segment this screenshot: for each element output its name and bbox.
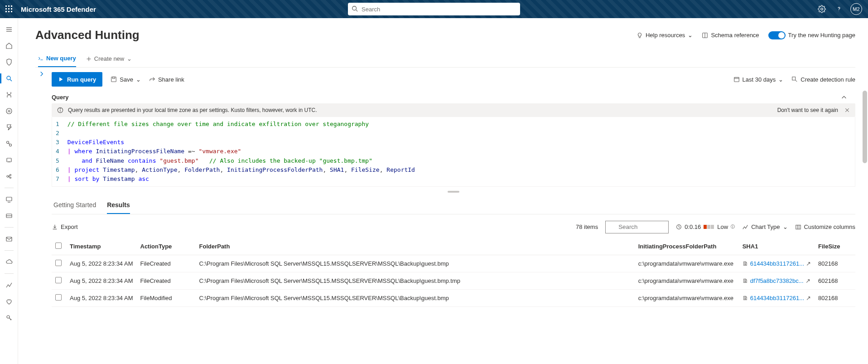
nav-health-icon[interactable] [0,294,18,309]
nav-actions-icon[interactable] [0,87,18,102]
lightbulb-icon [637,32,643,39]
schema-reference-link[interactable]: Schema reference [702,32,759,39]
results-tabs: Getting Started Results [52,197,855,214]
expand-schema-icon[interactable] [39,71,44,77]
scrollbar-thumb[interactable] [863,91,867,163]
results-search-input[interactable] [605,221,669,233]
open-icon[interactable]: ↗ [806,260,811,267]
svg-line-23 [9,143,10,144]
account-avatar[interactable]: M2 [849,2,863,16]
nav-cloud-icon[interactable] [0,254,18,270]
row-checkbox[interactable] [55,294,62,301]
col-timestamp[interactable]: Timestamp [66,238,137,255]
share-icon [149,76,155,83]
query-tabs: New query Create new ⌄ [35,50,855,68]
svg-rect-7 [8,11,10,12]
query-perf[interactable]: 0:0.16 Low ⓘ [676,223,735,230]
svg-rect-1 [8,5,10,7]
close-icon[interactable] [844,107,850,113]
chart-type-button[interactable]: Chart Type ⌄ [742,223,787,230]
col-initfolder[interactable]: InitiatingProcessFolderPath [635,238,739,255]
collapse-query-icon[interactable] [841,94,852,101]
nav-hunting-icon[interactable] [0,71,18,86]
chevron-down-icon: ⌄ [688,32,693,39]
page-title: Advanced Hunting [35,28,140,42]
sha1-link[interactable]: 614434bb3117261... [750,260,804,267]
nav-home-icon[interactable] [0,38,18,53]
nav-devices-icon[interactable] [0,192,18,207]
book-icon [702,32,708,39]
table-row[interactable]: Aug 5, 2022 8:23:34 AMFileCreatedC:\Prog… [52,272,855,289]
create-detection-rule-button[interactable]: Create detection rule [791,76,855,83]
table-row[interactable]: Aug 5, 2022 8:23:34 AMFileModifiedC:\Pro… [52,289,855,306]
help-icon[interactable] [832,2,846,16]
open-icon[interactable]: ↗ [806,295,811,301]
row-checkbox[interactable] [55,260,62,266]
nav-tutorials-icon[interactable] [0,152,18,168]
nav-reports-icon[interactable] [0,277,18,293]
open-icon[interactable]: ↗ [805,277,810,284]
tab-new-query[interactable]: New query [38,50,76,67]
table-row[interactable]: Aug 5, 2022 8:23:34 AMFileCreatedC:\Prog… [52,255,855,272]
svg-point-9 [352,6,357,10]
export-button[interactable]: Export [52,223,78,230]
col-filesize[interactable]: FileSize [815,238,855,255]
share-link-button[interactable]: Share link [149,76,184,83]
nav-learning-icon[interactable] [0,136,18,151]
time-range-picker[interactable]: Last 30 days ⌄ [733,76,784,83]
columns-icon [795,224,801,230]
global-search-input[interactable] [348,3,520,15]
timezone-info-banner: Query results are presented in your loca… [52,103,855,117]
nav-permissions-icon[interactable] [0,310,18,325]
svg-rect-3 [5,8,7,10]
svg-rect-31 [6,197,12,201]
svg-rect-8 [11,11,12,12]
help-resources-link[interactable]: Help resources ⌄ [637,32,693,39]
dismiss-banner-link[interactable]: Don't want to see it again [777,107,838,113]
svg-point-19 [6,108,12,114]
cell-actiontype: FileCreated [137,255,196,272]
select-all-checkbox[interactable] [55,243,62,249]
tab-getting-started[interactable]: Getting Started [53,197,96,214]
svg-rect-54 [796,225,800,229]
info-icon: ⓘ [731,224,735,230]
cell-timestamp: Aug 5, 2022 8:23:34 AM [66,289,137,306]
nav-assets-icon[interactable] [0,208,18,223]
col-actiontype[interactable]: ActionType [137,238,196,255]
tab-create-new[interactable]: Create new ⌄ [86,55,132,62]
col-sha1[interactable]: SHA1 [739,238,815,255]
svg-point-21 [6,141,9,144]
items-count: 78 items [576,223,598,230]
nav-partner-icon[interactable] [0,169,18,184]
tab-results[interactable]: Results [107,197,130,214]
sha1-link[interactable]: 614434bb3117261... [750,295,804,301]
nav-score-icon[interactable] [0,120,18,135]
customize-columns-button[interactable]: Customize columns [795,223,855,230]
try-new-toggle[interactable]: Try the new Hunting page [768,31,855,39]
cell-sha1: 🗎614434bb3117261...↗ [739,289,815,306]
nav-threat-icon[interactable] [0,103,18,119]
row-checkbox[interactable] [55,277,62,283]
results-toolbar: Export 78 items 0:0.16 Low ⓘ [52,214,855,238]
nav-shield-icon[interactable] [0,54,18,70]
code-content[interactable]: // Different file sizes change over time… [63,117,855,186]
save-button[interactable]: Save ⌄ [111,76,141,83]
svg-point-26 [7,175,9,177]
query-editor[interactable]: 1234567 // Different file sizes change o… [52,117,855,187]
run-query-button[interactable]: Run query [52,72,102,87]
svg-line-18 [10,79,12,81]
toggle-switch[interactable] [768,31,786,39]
nav-menu-icon[interactable] [0,22,18,37]
svg-rect-0 [5,5,7,7]
settings-icon[interactable] [815,2,829,16]
splitter[interactable] [52,187,855,197]
svg-point-11 [821,8,823,10]
sha1-link[interactable]: df7f5a8bc73382bc... [750,277,804,284]
col-folderpath[interactable]: FolderPath [196,238,635,255]
file-icon: 🗎 [743,295,748,301]
nav-mail-icon[interactable] [0,231,18,247]
app-launcher-icon[interactable] [0,0,18,18]
cell-timestamp: Aug 5, 2022 8:23:34 AM [66,272,137,289]
results-table: Timestamp ActionType FolderPath Initiati… [52,238,855,307]
cell-timestamp: Aug 5, 2022 8:23:34 AM [66,255,137,272]
